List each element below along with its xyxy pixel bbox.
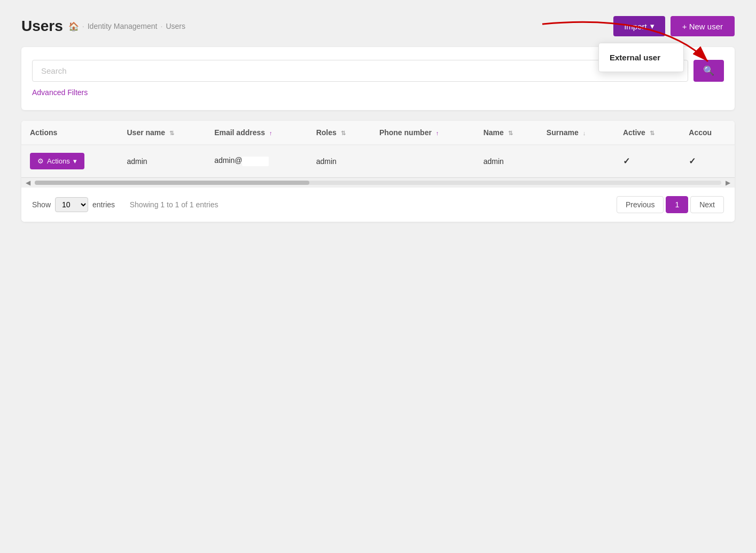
username-cell: admin xyxy=(119,145,206,177)
next-button[interactable]: Next xyxy=(690,196,724,213)
col-actions: Actions xyxy=(21,121,119,145)
col-name: Name ⇅ xyxy=(475,121,538,145)
surname-cell xyxy=(538,145,614,177)
sort-name-icon[interactable]: ⇅ xyxy=(508,130,513,136)
new-user-button[interactable]: + New user xyxy=(671,16,735,36)
sort-phone-icon[interactable]: ↑ xyxy=(436,130,439,136)
sort-roles-icon[interactable]: ⇅ xyxy=(341,130,346,136)
entries-label: entries xyxy=(92,200,115,209)
actions-label: Actions xyxy=(47,157,70,165)
name-cell: admin xyxy=(475,145,538,177)
home-icon: 🏠 xyxy=(68,21,79,32)
show-entries-area: Show 10 25 50 100 entries Showing 1 to 1… xyxy=(32,197,219,212)
col-roles: Roles ⇅ xyxy=(308,121,371,145)
scroll-left-icon[interactable]: ◀ xyxy=(24,179,33,186)
col-active: Active ⇅ xyxy=(614,121,680,145)
horizontal-scrollbar[interactable]: ◀ ▶ xyxy=(21,177,735,187)
advanced-filters-link[interactable]: Advanced Filters xyxy=(32,88,88,97)
col-email: Email address ↑ xyxy=(206,121,308,145)
external-user-option[interactable]: External user xyxy=(599,48,683,67)
breadcrumb-separator: · xyxy=(82,22,84,30)
col-account: Accou xyxy=(680,121,735,145)
search-input[interactable] xyxy=(32,60,688,82)
users-table: Actions User name ⇅ Email address ↑ Role… xyxy=(21,121,735,177)
header-buttons: Import ▾ + New user External user xyxy=(613,16,735,36)
phone-cell xyxy=(371,145,475,177)
page-header: Users 🏠 · Identity Management · Users xyxy=(21,16,735,36)
table-wrapper: Actions User name ⇅ Email address ↑ Role… xyxy=(21,121,735,177)
table-panel: Actions User name ⇅ Email address ↑ Role… xyxy=(21,121,735,222)
roles-cell: admin xyxy=(308,145,371,177)
search-icon: 🔍 xyxy=(703,66,714,76)
page-1-button[interactable]: 1 xyxy=(666,196,688,213)
title-area: Users 🏠 · Identity Management · Users xyxy=(21,18,185,35)
breadcrumb-separator2: · xyxy=(160,22,162,30)
page-title: Users xyxy=(21,18,63,35)
active-cell: ✓ xyxy=(614,145,680,177)
account-checkmark: ✓ xyxy=(689,157,696,166)
import-button[interactable]: Import ▾ xyxy=(613,16,665,36)
chevron-down-icon: ▾ xyxy=(73,157,77,165)
gear-icon: ⚙ xyxy=(37,157,44,165)
import-dropdown: External user xyxy=(598,43,684,72)
scroll-track[interactable] xyxy=(35,181,721,185)
table-row: ⚙ Actions ▾ admin admin@ admin admin ✓ ✓ xyxy=(21,145,735,177)
account-cell: ✓ xyxy=(680,145,735,177)
col-surname: Surname ↓ xyxy=(538,121,614,145)
table-footer: Show 10 25 50 100 entries Showing 1 to 1… xyxy=(21,187,735,222)
actions-button[interactable]: ⚙ Actions ▾ xyxy=(30,153,84,169)
pagination: Previous 1 Next xyxy=(617,196,724,213)
col-username: User name ⇅ xyxy=(119,121,206,145)
sort-username-icon[interactable]: ⇅ xyxy=(169,130,174,136)
previous-button[interactable]: Previous xyxy=(617,196,664,213)
new-user-label: + New user xyxy=(682,22,723,31)
import-label: Import xyxy=(624,22,647,31)
email-cell: admin@ xyxy=(206,145,308,177)
show-label: Show xyxy=(32,200,51,209)
search-button[interactable]: 🔍 xyxy=(693,60,724,82)
showing-info: Showing 1 to 1 of 1 entries xyxy=(130,200,219,209)
scroll-right-icon[interactable]: ▶ xyxy=(723,179,732,186)
breadcrumb-users: Users xyxy=(166,22,185,30)
sort-email-icon[interactable]: ↑ xyxy=(269,130,272,136)
entries-select[interactable]: 10 25 50 100 xyxy=(55,197,88,212)
actions-cell: ⚙ Actions ▾ xyxy=(21,145,119,177)
active-checkmark: ✓ xyxy=(623,157,630,166)
chevron-down-icon: ▾ xyxy=(650,21,654,31)
breadcrumb: 🏠 · Identity Management · Users xyxy=(68,21,185,32)
breadcrumb-identity: Identity Management xyxy=(88,22,158,30)
scroll-thumb[interactable] xyxy=(35,181,309,185)
sort-surname-icon[interactable]: ↓ xyxy=(583,130,586,136)
col-phone: Phone number ↑ xyxy=(371,121,475,145)
table-header-row: Actions User name ⇅ Email address ↑ Role… xyxy=(21,121,735,145)
sort-active-icon[interactable]: ⇅ xyxy=(650,130,654,136)
